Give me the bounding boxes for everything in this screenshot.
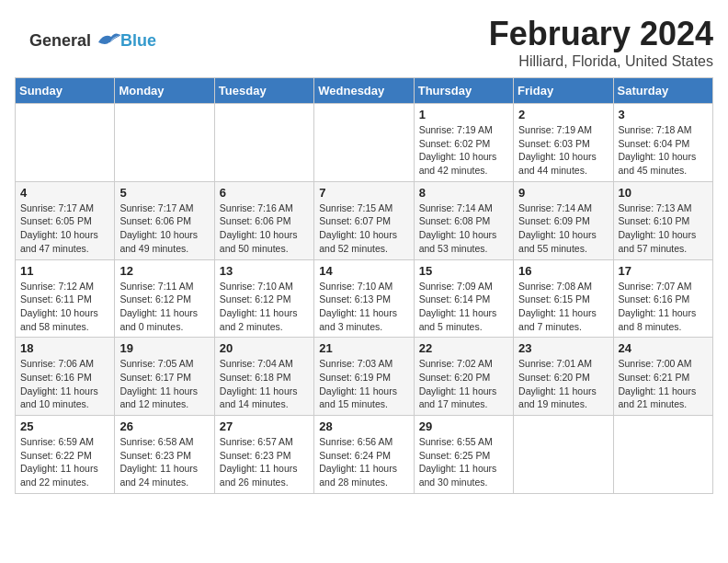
day-number-29: 29 [419,419,508,433]
calendar-cell-w2-d0: 4Sunrise: 7:17 AM Sunset: 6:05 PM Daylig… [16,181,115,259]
calendar-cell-w4-d2: 20Sunrise: 7:04 AM Sunset: 6:18 PM Dayli… [214,338,313,416]
location-subtitle: Hilliard, Florida, United States [15,53,713,70]
calendar-cell-w4-d6: 24Sunrise: 7:00 AM Sunset: 6:21 PM Dayli… [613,338,712,416]
header-wednesday: Wednesday [314,78,414,104]
day-number-4: 4 [20,186,109,200]
day-info-9: Sunrise: 7:14 AM Sunset: 6:09 PM Dayligh… [518,201,608,256]
day-info-2: Sunrise: 7:19 AM Sunset: 6:03 PM Dayligh… [518,123,608,178]
calendar-week-4: 18Sunrise: 7:06 AM Sunset: 6:16 PM Dayli… [16,338,713,416]
day-number-19: 19 [119,341,209,355]
logo-text-blue: Blue [120,31,156,51]
calendar-cell-w5-d0: 25Sunrise: 6:59 AM Sunset: 6:22 PM Dayli… [16,416,115,494]
day-number-25: 25 [20,419,109,433]
day-number-22: 22 [419,341,508,355]
day-number-6: 6 [220,186,309,200]
calendar-cell-w2-d6: 10Sunrise: 7:13 AM Sunset: 6:10 PM Dayli… [613,181,712,259]
day-info-19: Sunrise: 7:05 AM Sunset: 6:17 PM Dayligh… [119,357,209,411]
calendar-cell-w1-d0 [16,104,115,182]
day-number-23: 23 [518,341,608,355]
day-number-26: 26 [119,419,209,433]
day-info-8: Sunrise: 7:14 AM Sunset: 6:08 PM Dayligh… [419,201,508,256]
day-info-12: Sunrise: 7:11 AM Sunset: 6:12 PM Dayligh… [119,280,209,334]
day-info-26: Sunrise: 6:58 AM Sunset: 6:23 PM Dayligh… [119,435,209,489]
day-info-18: Sunrise: 7:06 AM Sunset: 6:16 PM Dayligh… [20,357,109,411]
calendar-cell-w3-d6: 17Sunrise: 7:07 AM Sunset: 6:16 PM Dayli… [613,259,712,338]
day-number-20: 20 [220,341,309,355]
day-info-11: Sunrise: 7:12 AM Sunset: 6:11 PM Dayligh… [20,280,109,334]
calendar-cell-w5-d3: 28Sunrise: 6:56 AM Sunset: 6:24 PM Dayli… [314,416,414,494]
calendar-cell-w2-d4: 8Sunrise: 7:14 AM Sunset: 6:08 PM Daylig… [414,181,513,259]
day-info-15: Sunrise: 7:09 AM Sunset: 6:14 PM Dayligh… [419,280,508,334]
day-info-7: Sunrise: 7:15 AM Sunset: 6:07 PM Dayligh… [319,201,408,256]
calendar-cell-w4-d5: 23Sunrise: 7:01 AM Sunset: 6:20 PM Dayli… [514,338,613,416]
day-number-17: 17 [619,264,708,278]
day-info-27: Sunrise: 6:57 AM Sunset: 6:23 PM Dayligh… [220,435,309,489]
day-info-28: Sunrise: 6:56 AM Sunset: 6:24 PM Dayligh… [319,435,408,489]
calendar-cell-w1-d4: 1Sunrise: 7:19 AM Sunset: 6:02 PM Daylig… [414,104,513,182]
day-number-27: 27 [220,419,309,433]
day-number-5: 5 [119,186,209,200]
calendar-cell-w2-d5: 9Sunrise: 7:14 AM Sunset: 6:09 PM Daylig… [514,181,613,259]
day-info-10: Sunrise: 7:13 AM Sunset: 6:10 PM Dayligh… [619,201,708,256]
day-number-7: 7 [319,186,408,200]
calendar-cell-w3-d1: 12Sunrise: 7:11 AM Sunset: 6:12 PM Dayli… [115,259,214,338]
calendar-table: Sunday Monday Tuesday Wednesday Thursday… [15,77,713,494]
day-number-11: 11 [20,264,109,278]
header-thursday: Thursday [414,78,513,104]
day-number-28: 28 [319,419,408,433]
calendar-cell-w5-d5 [514,416,613,494]
day-info-1: Sunrise: 7:19 AM Sunset: 6:02 PM Dayligh… [419,123,508,178]
day-number-9: 9 [518,186,608,200]
calendar-cell-w4-d0: 18Sunrise: 7:06 AM Sunset: 6:16 PM Dayli… [16,338,115,416]
calendar-week-5: 25Sunrise: 6:59 AM Sunset: 6:22 PM Dayli… [16,416,713,494]
calendar-cell-w5-d2: 27Sunrise: 6:57 AM Sunset: 6:23 PM Dayli… [214,416,313,494]
calendar-cell-w4-d1: 19Sunrise: 7:05 AM Sunset: 6:17 PM Dayli… [115,338,214,416]
header-monday: Monday [115,78,214,104]
day-number-15: 15 [419,264,508,278]
calendar-cell-w1-d6: 3Sunrise: 7:18 AM Sunset: 6:04 PM Daylig… [613,104,712,182]
calendar-cell-w3-d5: 16Sunrise: 7:08 AM Sunset: 6:15 PM Dayli… [514,259,613,338]
day-info-13: Sunrise: 7:10 AM Sunset: 6:12 PM Dayligh… [220,280,309,334]
header-friday: Friday [514,78,613,104]
header-sunday: Sunday [16,78,115,104]
calendar-week-2: 4Sunrise: 7:17 AM Sunset: 6:05 PM Daylig… [16,181,713,259]
day-info-23: Sunrise: 7:01 AM Sunset: 6:20 PM Dayligh… [518,357,608,411]
logo-bird-icon [95,29,122,52]
day-info-29: Sunrise: 6:55 AM Sunset: 6:25 PM Dayligh… [419,435,508,489]
day-number-13: 13 [220,264,309,278]
logo: General Blue [29,29,156,52]
calendar-cell-w1-d2 [214,104,313,182]
calendar-cell-w3-d4: 15Sunrise: 7:09 AM Sunset: 6:14 PM Dayli… [414,259,513,338]
day-info-14: Sunrise: 7:10 AM Sunset: 6:13 PM Dayligh… [319,280,408,334]
calendar-week-3: 11Sunrise: 7:12 AM Sunset: 6:11 PM Dayli… [16,259,713,338]
calendar-week-1: 1Sunrise: 7:19 AM Sunset: 6:02 PM Daylig… [16,104,713,182]
calendar-cell-w1-d3 [314,104,414,182]
day-info-21: Sunrise: 7:03 AM Sunset: 6:19 PM Dayligh… [319,357,408,411]
day-number-24: 24 [619,341,708,355]
calendar-cell-w3-d3: 14Sunrise: 7:10 AM Sunset: 6:13 PM Dayli… [314,259,414,338]
day-number-12: 12 [119,264,209,278]
calendar-cell-w1-d5: 2Sunrise: 7:19 AM Sunset: 6:03 PM Daylig… [514,104,613,182]
calendar-cell-w2-d1: 5Sunrise: 7:17 AM Sunset: 6:06 PM Daylig… [115,181,214,259]
day-info-22: Sunrise: 7:02 AM Sunset: 6:20 PM Dayligh… [419,357,508,411]
calendar-cell-w5-d6 [613,416,712,494]
calendar-cell-w2-d2: 6Sunrise: 7:16 AM Sunset: 6:06 PM Daylig… [214,181,313,259]
page-wrapper: General Blue February 2024 Hilliard, Flo… [15,15,713,494]
day-number-2: 2 [518,108,608,121]
calendar-cell-w3-d0: 11Sunrise: 7:12 AM Sunset: 6:11 PM Dayli… [16,259,115,338]
day-number-21: 21 [319,341,408,355]
day-number-10: 10 [619,186,708,200]
day-number-1: 1 [419,108,508,121]
day-info-16: Sunrise: 7:08 AM Sunset: 6:15 PM Dayligh… [518,280,608,334]
calendar-cell-w2-d3: 7Sunrise: 7:15 AM Sunset: 6:07 PM Daylig… [314,181,414,259]
day-info-4: Sunrise: 7:17 AM Sunset: 6:05 PM Dayligh… [20,201,109,256]
calendar-cell-w5-d1: 26Sunrise: 6:58 AM Sunset: 6:23 PM Dayli… [115,416,214,494]
day-info-20: Sunrise: 7:04 AM Sunset: 6:18 PM Dayligh… [220,357,309,411]
day-number-3: 3 [619,108,708,121]
calendar-cell-w5-d4: 29Sunrise: 6:55 AM Sunset: 6:25 PM Dayli… [414,416,513,494]
calendar-cell-w1-d1 [115,104,214,182]
day-info-5: Sunrise: 7:17 AM Sunset: 6:06 PM Dayligh… [119,201,209,256]
day-info-17: Sunrise: 7:07 AM Sunset: 6:16 PM Dayligh… [619,280,708,334]
calendar-header-row: Sunday Monday Tuesday Wednesday Thursday… [16,78,713,104]
calendar-cell-w4-d4: 22Sunrise: 7:02 AM Sunset: 6:20 PM Dayli… [414,338,513,416]
